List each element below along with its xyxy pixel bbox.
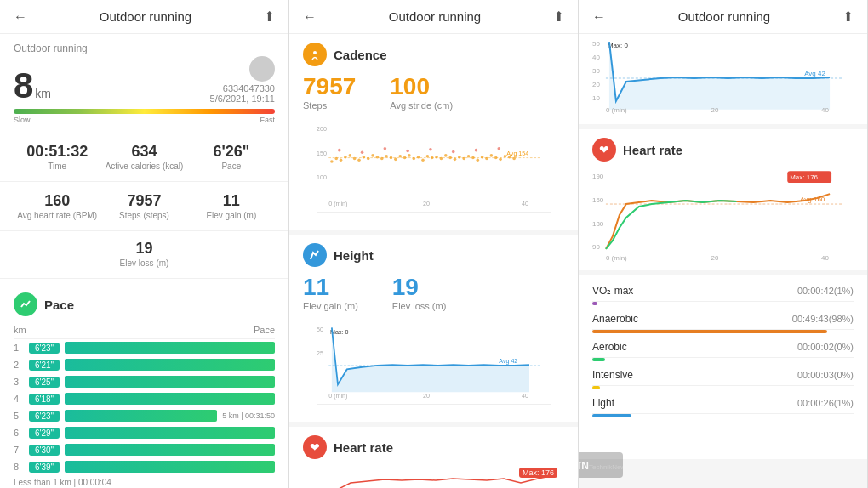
svg-text:20: 20 [711,254,719,262]
svg-text:90: 90 [592,243,600,251]
height-chart: 50 25 Avg 42 Max: 0 0 (min) 20 40 [317,320,551,405]
height-loss-label: Elev loss (m) [392,301,447,311]
metric-avg-hr: 160 Avg heart rate (BPM) [14,189,100,224]
pace-slow-label: Slow [14,116,31,124]
metric-steps: 7957 Steps (steps) [100,189,187,224]
svg-point-7 [330,160,334,163]
cadence-steps-value: 7957 [303,73,356,100]
svg-point-25 [413,157,416,161]
back-button-3[interactable]: ← [592,9,606,25]
svg-point-21 [394,158,397,162]
elev-loss-value: 19 [14,240,275,258]
time-label: Time [14,162,100,171]
svg-point-23 [403,156,407,160]
elev-loss-label: Elev loss (m) [14,258,275,268]
svg-text:40: 40 [522,393,528,400]
hr-title-p3: Heart rate [623,143,682,157]
svg-point-24 [408,154,411,157]
svg-text:Max: 176: Max: 176 [790,173,818,181]
steps-value: 7957 [100,192,187,210]
svg-point-18 [380,157,384,161]
svg-point-8 [334,157,338,161]
svg-text:20: 20 [592,81,600,88]
svg-point-44 [499,158,502,162]
svg-text:TN: TN [579,460,589,472]
hr-header-p2: ❤ Heart rate [303,435,564,459]
pace-section-header: Pace [14,292,275,316]
svg-text:50: 50 [317,326,323,333]
hr-chart-p3: 190 160 130 90 Avg 160 Max: 176 0 (min) … [592,168,854,262]
zone-row: Light 00:00:26(1%) [592,393,854,417]
metric-calories: 634 Active calories (kcal) [100,139,187,174]
svg-point-55 [498,147,501,150]
svg-text:0 (min): 0 (min) [328,393,347,400]
user-info: 6334047330 5/6/2021, 19:11 [210,56,275,104]
panel-2: ← Outdoor running ⬆ Cadence 7957 Steps 1… [289,0,579,488]
pace-labels: Slow Fast [14,116,275,124]
hr-title-p2: Heart rate [334,440,393,455]
cadence-numbers: 7957 Steps 100 Avg stride (cm) [303,73,564,111]
panel-3: ← Outdoor running ⬆ 50 40 30 20 10 Avg 4… [579,0,868,488]
stats-section: Outdoor running 8 km 6334047330 5/6/2021… [0,34,288,133]
km-value: 8 [14,68,33,104]
pace-fast-label: Fast [260,116,275,124]
zone-row: VO₂ max 00:00:42(1%) [592,281,854,305]
zone-row: Aerobic 00:00:02(0%) [592,337,854,361]
heartrate-section-p2: ❤ Heart rate Max: 176 [289,422,578,488]
share-button-2[interactable]: ⬆ [553,9,564,25]
svg-point-1 [313,51,317,54]
pace-value: 6'26" [188,143,275,161]
pace-label: Pace [188,162,275,171]
back-button-2[interactable]: ← [303,9,317,25]
cadence-section: Cadence 7957 Steps 100 Avg stride (cm) 2… [289,34,578,230]
pace-table: km Pace 1 6'23" 2 6'21" 3 6'25" 4 6'18" … [14,323,275,488]
svg-point-29 [431,156,434,160]
svg-text:130: 130 [592,220,604,228]
svg-point-32 [444,154,448,157]
svg-point-39 [477,158,480,162]
svg-text:150: 150 [317,150,327,157]
svg-text:160: 160 [592,196,604,204]
cadence-header: Cadence [303,43,564,66]
height-header: Height [303,243,564,267]
svg-point-49 [361,151,364,155]
svg-point-11 [349,154,352,157]
elev-gain-label: Elev gain (m) [188,211,275,220]
less-than-label: Less than 1 km | 00:00:04 [14,478,111,487]
back-button-1[interactable]: ← [14,9,27,25]
height-gain-value: 11 [303,274,358,301]
svg-point-34 [454,158,457,162]
calories-value: 634 [100,143,187,161]
svg-point-30 [435,156,438,159]
panel2-content: Cadence 7957 Steps 100 Avg stride (cm) 2… [289,34,578,488]
share-button-3[interactable]: ⬆ [842,9,854,25]
cadence-chart: 200 150 100 Avg 154 [317,119,551,213]
svg-text:0 (min): 0 (min) [606,254,627,262]
share-button-1[interactable]: ⬆ [264,9,275,25]
pace-row: 5 6'23" 5 km | 00:31:50 [14,407,275,424]
stats-main-row: 8 km 6334047330 5/6/2021, 19:11 [14,56,275,104]
height-loss-group: 19 Elev loss (m) [392,274,447,311]
pace-gradient-bar [14,109,275,114]
svg-point-37 [467,155,471,158]
svg-text:200: 200 [317,126,327,133]
metric-pace: 6'26" Pace [188,139,275,174]
svg-point-28 [426,155,430,158]
stats-km: 8 km [14,68,51,104]
pace-table-header: km Pace [14,323,275,339]
metrics-grid-2: 160 Avg heart rate (BPM) 7957 Steps (ste… [0,182,288,231]
pace-row: 1 6'23" [14,339,275,356]
hr-icon-p3: ❤ [592,138,616,162]
svg-point-31 [440,157,443,161]
svg-text:40: 40 [821,106,829,114]
svg-text:Avg 42: Avg 42 [804,70,825,77]
svg-point-35 [458,156,461,159]
cadence-stride-group: 100 Avg stride (cm) [390,73,453,111]
elev-gain-value: 11 [188,192,275,210]
svg-point-19 [385,155,388,158]
p3-top-chart: 50 40 30 20 10 Avg 42 Max: 0 0 (min) 20 … [579,34,867,129]
svg-text:Avg 42: Avg 42 [499,358,517,365]
pace-row: 8 6'39" [14,458,275,475]
col-km: km [14,325,26,335]
pace-icon [14,292,37,316]
